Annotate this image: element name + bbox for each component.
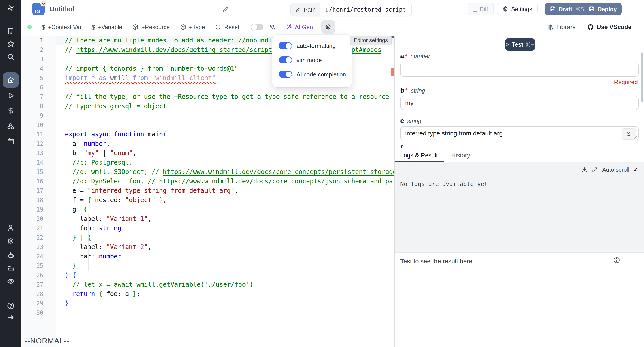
library-icon <box>547 24 554 30</box>
field-b-label: b* string <box>400 86 425 94</box>
code-line[interactable]: 24 bar: number <box>22 252 394 261</box>
code-line[interactable]: 18 f = { nested: "object" }, <box>22 196 394 205</box>
expand-logs-icon[interactable] <box>592 166 598 173</box>
add-type-button[interactable]: +Type <box>180 24 205 30</box>
edit-title-pencil-icon[interactable] <box>222 6 229 12</box>
workspace-building-icon[interactable] <box>7 27 15 35</box>
add-resource-button[interactable]: +Resource <box>132 24 170 30</box>
resize-handle[interactable] <box>634 136 637 139</box>
line-number: 17 <box>22 186 56 196</box>
tab-logs-result[interactable]: Logs & Result <box>395 149 444 162</box>
code-line[interactable]: 8// type Postgresql = object <box>22 102 394 111</box>
editor-toolbar: $ +Context Var $ +Variable +Resource +Ty… <box>22 18 644 36</box>
test-button[interactable]: Test ⌘↵ <box>505 38 535 50</box>
line-number: 26 <box>22 270 56 280</box>
menu-item-ai-code-completion[interactable]: AI code completion <box>278 71 352 78</box>
help-question-icon[interactable] <box>7 302 15 310</box>
save-icon <box>588 6 595 12</box>
deploy-button[interactable]: Deploy <box>584 3 622 15</box>
diff-button[interactable]: ± Diff <box>468 3 494 15</box>
workers-robot-icon[interactable] <box>7 251 15 259</box>
code-line[interactable]: 22 } | { <box>22 233 394 242</box>
library-button[interactable]: Library <box>547 23 576 30</box>
multiplayer-users-icon[interactable] <box>269 24 276 30</box>
windmill-logo-icon[interactable] <box>7 4 15 12</box>
page: TS Untitled Path u/henri/restored_script… <box>0 0 644 347</box>
line-number: 12 <box>22 139 56 148</box>
path-box[interactable]: Path u/henri/restored_script <box>290 3 412 16</box>
auto-scroll-label[interactable]: Auto scroll <box>602 166 629 173</box>
line-number: 16 <box>22 177 56 186</box>
code-line[interactable]: 14 //c: Postgresql, <box>22 158 394 167</box>
download-logs-icon[interactable] <box>582 166 588 173</box>
code-line[interactable]: 27 // let x = await wmill.getVariable('u… <box>22 280 394 289</box>
home-icon[interactable] <box>7 76 15 84</box>
line-number: 2 <box>22 45 56 54</box>
line-number: 7 <box>22 92 56 102</box>
code-line[interactable]: 30 <box>22 308 394 318</box>
path-pencil-icon <box>295 6 301 12</box>
code-line[interactable]: 12 a: number, <box>22 139 394 148</box>
editor-settings-button[interactable] <box>321 20 336 34</box>
info-icon[interactable] <box>613 257 620 264</box>
audit-eye-icon[interactable] <box>7 277 15 285</box>
add-context-var-button[interactable]: $ +Context Var <box>42 23 82 31</box>
code-line[interactable]: 17 e = "inferred type string from defaul… <box>22 186 394 196</box>
typescript-bun-badge[interactable]: TS <box>32 3 45 15</box>
path-value: u/henri/restored_script <box>320 3 412 16</box>
code-line[interactable]: 23 label: "Variant 2", <box>22 242 394 252</box>
schedules-calendar-icon[interactable] <box>7 137 15 145</box>
no-logs-message: No logs are available yet <box>400 181 488 187</box>
line-number: 27 <box>22 280 56 289</box>
code-line[interactable]: 9 <box>22 111 394 120</box>
field-b-input[interactable]: my <box>400 96 639 110</box>
expand-arrow-icon[interactable] <box>7 314 15 322</box>
add-variable-button[interactable]: $ +Variable <box>92 23 122 31</box>
field-e-input[interactable]: inferred type string from default arg $ <box>400 126 639 140</box>
vim-mode-toggle[interactable] <box>278 56 292 64</box>
editor-error-marker <box>391 68 394 76</box>
code-line[interactable]: 10 <box>22 120 394 130</box>
magic-wand-icon <box>286 24 292 30</box>
draft-button[interactable]: Draft ⌘S <box>545 3 589 15</box>
tab-history[interactable]: History <box>447 149 474 162</box>
collab-toggle[interactable] <box>251 24 264 30</box>
indent-guide <box>88 214 88 270</box>
code-line[interactable]: 25 } <box>22 261 394 270</box>
code-line[interactable]: 11export async function main( <box>22 130 394 139</box>
auto-formatting-toggle[interactable] <box>278 42 292 49</box>
code-line[interactable]: 16 //d: DynSelect_foo, // https://www.wi… <box>22 177 394 186</box>
code-line[interactable]: 15 //d: wmill.S3Object, // https://www.w… <box>22 167 394 177</box>
ai-gen-button[interactable]: AI Gen <box>286 24 313 30</box>
right-panel-scrollbar[interactable] <box>641 52 643 102</box>
settings-gear-icon[interactable] <box>7 237 15 245</box>
favorites-star-icon[interactable] <box>7 40 15 48</box>
user-person-icon[interactable] <box>7 224 15 232</box>
check-icon[interactable]: ✓ <box>633 166 638 173</box>
code-line[interactable]: 13 b: "my" | "enum", <box>22 148 394 158</box>
settings-button[interactable]: Settings <box>497 3 538 15</box>
code-line[interactable]: 28 return { foo: a }; <box>22 289 394 299</box>
code-line[interactable]: 7// fill the type, or use the +Resource … <box>22 92 394 102</box>
reset-button[interactable]: Reset <box>215 24 240 30</box>
right-panel: Test ⌘↵ a* number Required b* string my … <box>394 36 644 347</box>
line-number: 14 <box>22 158 56 167</box>
folders-folder-icon[interactable] <box>7 264 15 272</box>
code-line[interactable]: 29} <box>22 299 394 308</box>
field-a-input[interactable] <box>400 62 639 77</box>
code-line[interactable]: 20 label: "Variant 1", <box>22 214 394 224</box>
search-icon[interactable] <box>7 53 15 61</box>
use-vscode-button[interactable]: Use VScode <box>587 24 632 30</box>
variables-dollar-icon[interactable] <box>7 107 15 115</box>
resources-cubes-icon[interactable] <box>7 122 15 130</box>
ai-code-completion-toggle[interactable] <box>278 71 292 78</box>
code-line[interactable]: 21 foo: string <box>22 224 394 233</box>
required-asterisk: * <box>405 52 408 60</box>
code-line[interactable]: 26) { <box>22 270 394 280</box>
plus-minus-icon: ± <box>473 5 477 13</box>
indent-guide <box>80 139 81 299</box>
menu-item-vim-mode[interactable]: vim mode <box>278 56 352 64</box>
code-line[interactable]: 19 g: { <box>22 205 394 214</box>
runs-play-icon[interactable] <box>7 92 15 100</box>
menu-item-auto-formatting[interactable]: auto-formatting <box>278 42 352 49</box>
